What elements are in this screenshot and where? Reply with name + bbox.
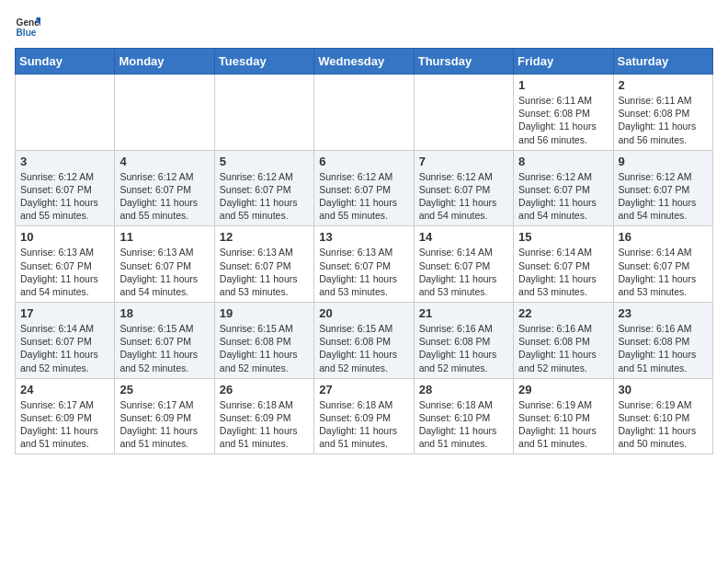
day-number: 2 — [619, 78, 708, 92]
calendar-cell — [414, 75, 513, 151]
day-info: Sunrise: 6:15 AM Sunset: 6:08 PM Dayligh… — [220, 322, 309, 374]
day-number: 23 — [619, 306, 708, 320]
calendar-cell: 28Sunrise: 6:18 AM Sunset: 6:10 PM Dayli… — [414, 378, 513, 454]
calendar-cell: 17Sunrise: 6:14 AM Sunset: 6:07 PM Dayli… — [16, 303, 115, 379]
day-info: Sunrise: 6:13 AM Sunset: 6:07 PM Dayligh… — [319, 246, 408, 298]
day-number: 21 — [419, 306, 508, 320]
day-number: 3 — [20, 155, 109, 168]
calendar-cell: 29Sunrise: 6:19 AM Sunset: 6:10 PM Dayli… — [514, 378, 613, 454]
day-number: 26 — [220, 383, 309, 396]
header-saturday: Saturday — [613, 49, 712, 75]
day-info: Sunrise: 6:19 AM Sunset: 6:10 PM Dayligh… — [518, 398, 608, 451]
day-info: Sunrise: 6:15 AM Sunset: 6:08 PM Dayligh… — [319, 322, 408, 374]
day-info: Sunrise: 6:18 AM Sunset: 6:09 PM Dayligh… — [220, 398, 309, 451]
day-info: Sunrise: 6:19 AM Sunset: 6:10 PM Dayligh… — [619, 398, 708, 451]
day-info: Sunrise: 6:18 AM Sunset: 6:10 PM Dayligh… — [419, 398, 508, 451]
day-info: Sunrise: 6:12 AM Sunset: 6:07 PM Dayligh… — [419, 170, 508, 223]
calendar-cell — [314, 75, 414, 151]
day-info: Sunrise: 6:14 AM Sunset: 6:07 PM Dayligh… — [419, 246, 508, 298]
calendar-cell — [16, 75, 115, 151]
calendar-cell: 8Sunrise: 6:12 AM Sunset: 6:07 PM Daylig… — [514, 150, 613, 226]
header-wednesday: Wednesday — [314, 49, 414, 75]
calendar-cell: 21Sunrise: 6:16 AM Sunset: 6:08 PM Dayli… — [414, 303, 513, 379]
day-info: Sunrise: 6:16 AM Sunset: 6:08 PM Dayligh… — [518, 322, 608, 374]
calendar-cell: 13Sunrise: 6:13 AM Sunset: 6:07 PM Dayli… — [314, 226, 414, 303]
header-thursday: Thursday — [414, 49, 513, 75]
svg-text:Blue: Blue — [17, 28, 37, 38]
header-tuesday: Tuesday — [214, 49, 313, 75]
calendar-cell: 7Sunrise: 6:12 AM Sunset: 6:07 PM Daylig… — [414, 150, 513, 226]
day-info: Sunrise: 6:13 AM Sunset: 6:07 PM Dayligh… — [119, 246, 209, 298]
day-info: Sunrise: 6:14 AM Sunset: 6:07 PM Dayligh… — [619, 246, 708, 298]
calendar-cell: 16Sunrise: 6:14 AM Sunset: 6:07 PM Dayli… — [613, 226, 712, 303]
calendar-week-1: 3Sunrise: 6:12 AM Sunset: 6:07 PM Daylig… — [16, 150, 713, 226]
day-number: 30 — [619, 383, 708, 396]
day-info: Sunrise: 6:12 AM Sunset: 6:07 PM Dayligh… — [119, 170, 209, 223]
header-monday: Monday — [115, 49, 214, 75]
calendar-week-3: 17Sunrise: 6:14 AM Sunset: 6:07 PM Dayli… — [16, 303, 713, 379]
day-number: 20 — [319, 306, 408, 320]
day-number: 18 — [119, 306, 209, 320]
day-info: Sunrise: 6:13 AM Sunset: 6:07 PM Dayligh… — [220, 246, 309, 298]
calendar-cell: 14Sunrise: 6:14 AM Sunset: 6:07 PM Dayli… — [414, 226, 513, 303]
day-number: 1 — [518, 78, 608, 92]
calendar-cell: 20Sunrise: 6:15 AM Sunset: 6:08 PM Dayli… — [314, 303, 414, 379]
calendar-cell: 19Sunrise: 6:15 AM Sunset: 6:08 PM Dayli… — [214, 303, 313, 379]
day-number: 25 — [119, 383, 209, 396]
calendar-cell: 5Sunrise: 6:12 AM Sunset: 6:07 PM Daylig… — [214, 150, 313, 226]
calendar-cell: 1Sunrise: 6:11 AM Sunset: 6:08 PM Daylig… — [514, 75, 613, 151]
page-header: General Blue — [15, 15, 713, 40]
calendar-cell — [214, 75, 313, 151]
day-info: Sunrise: 6:13 AM Sunset: 6:07 PM Dayligh… — [20, 246, 109, 298]
calendar-cell: 25Sunrise: 6:17 AM Sunset: 6:09 PM Dayli… — [115, 378, 214, 454]
calendar-week-0: 1Sunrise: 6:11 AM Sunset: 6:08 PM Daylig… — [16, 75, 713, 151]
day-info: Sunrise: 6:12 AM Sunset: 6:07 PM Dayligh… — [220, 170, 309, 223]
day-info: Sunrise: 6:11 AM Sunset: 6:08 PM Dayligh… — [518, 94, 608, 146]
logo-icon: General Blue — [15, 15, 40, 40]
day-number: 29 — [518, 383, 608, 396]
day-info: Sunrise: 6:18 AM Sunset: 6:09 PM Dayligh… — [319, 398, 408, 451]
day-number: 17 — [20, 306, 109, 320]
day-number: 7 — [419, 155, 508, 168]
day-number: 10 — [20, 230, 109, 244]
logo: General Blue — [15, 15, 40, 40]
calendar-cell: 27Sunrise: 6:18 AM Sunset: 6:09 PM Dayli… — [314, 378, 414, 454]
day-number: 27 — [319, 383, 408, 396]
day-number: 22 — [518, 306, 608, 320]
calendar-cell: 30Sunrise: 6:19 AM Sunset: 6:10 PM Dayli… — [613, 378, 712, 454]
calendar-cell: 3Sunrise: 6:12 AM Sunset: 6:07 PM Daylig… — [16, 150, 115, 226]
day-number: 19 — [220, 306, 309, 320]
day-info: Sunrise: 6:15 AM Sunset: 6:07 PM Dayligh… — [119, 322, 209, 374]
day-number: 5 — [220, 155, 309, 168]
day-number: 6 — [319, 155, 408, 168]
calendar-cell: 12Sunrise: 6:13 AM Sunset: 6:07 PM Dayli… — [214, 226, 313, 303]
day-info: Sunrise: 6:12 AM Sunset: 6:07 PM Dayligh… — [518, 170, 608, 223]
day-number: 24 — [20, 383, 109, 396]
calendar-cell: 6Sunrise: 6:12 AM Sunset: 6:07 PM Daylig… — [314, 150, 414, 226]
calendar-cell: 2Sunrise: 6:11 AM Sunset: 6:08 PM Daylig… — [613, 75, 712, 151]
day-info: Sunrise: 6:17 AM Sunset: 6:09 PM Dayligh… — [119, 398, 209, 451]
day-info: Sunrise: 6:17 AM Sunset: 6:09 PM Dayligh… — [20, 398, 109, 451]
calendar-cell: 9Sunrise: 6:12 AM Sunset: 6:07 PM Daylig… — [613, 150, 712, 226]
day-info: Sunrise: 6:12 AM Sunset: 6:07 PM Dayligh… — [619, 170, 708, 223]
day-number: 12 — [220, 230, 309, 244]
calendar-cell: 10Sunrise: 6:13 AM Sunset: 6:07 PM Dayli… — [16, 226, 115, 303]
day-number: 14 — [419, 230, 508, 244]
calendar-week-4: 24Sunrise: 6:17 AM Sunset: 6:09 PM Dayli… — [16, 378, 713, 454]
day-number: 8 — [518, 155, 608, 168]
calendar-header-row: SundayMondayTuesdayWednesdayThursdayFrid… — [16, 49, 713, 75]
calendar-week-2: 10Sunrise: 6:13 AM Sunset: 6:07 PM Dayli… — [16, 226, 713, 303]
calendar-cell — [115, 75, 214, 151]
calendar-cell: 4Sunrise: 6:12 AM Sunset: 6:07 PM Daylig… — [115, 150, 214, 226]
day-info: Sunrise: 6:11 AM Sunset: 6:08 PM Dayligh… — [619, 94, 708, 146]
day-number: 15 — [518, 230, 608, 244]
day-number: 16 — [619, 230, 708, 244]
day-number: 28 — [419, 383, 508, 396]
day-info: Sunrise: 6:12 AM Sunset: 6:07 PM Dayligh… — [20, 170, 109, 223]
header-friday: Friday — [514, 49, 613, 75]
calendar-cell: 23Sunrise: 6:16 AM Sunset: 6:08 PM Dayli… — [613, 303, 712, 379]
day-info: Sunrise: 6:16 AM Sunset: 6:08 PM Dayligh… — [419, 322, 508, 374]
calendar-table: SundayMondayTuesdayWednesdayThursdayFrid… — [15, 48, 713, 454]
day-number: 11 — [119, 230, 209, 244]
calendar-cell: 18Sunrise: 6:15 AM Sunset: 6:07 PM Dayli… — [115, 303, 214, 379]
